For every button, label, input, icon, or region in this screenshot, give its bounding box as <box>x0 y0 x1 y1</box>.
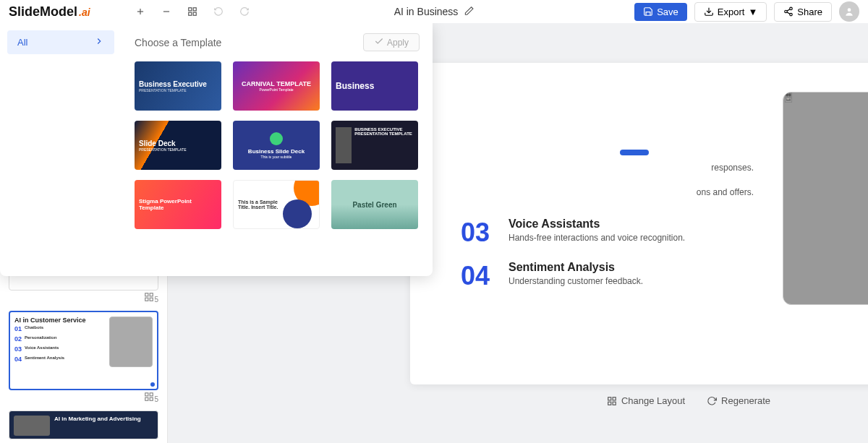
svg-point-13 <box>848 8 851 12</box>
presentation-title: AI in Business <box>394 6 475 18</box>
item-number: 04 <box>461 261 495 291</box>
svg-point-27 <box>788 98 789 100</box>
svg-rect-31 <box>613 402 616 405</box>
slide-image[interactable] <box>783 92 868 305</box>
laptop-hands-image <box>783 93 793 103</box>
svg-rect-14 <box>145 293 148 296</box>
template-popover: All Choose a Template Apply Business Exe… <box>0 23 433 276</box>
thumb-image-next <box>14 416 50 436</box>
template-slide-deck[interactable]: Slide DeckPRESENTATION TEMPLATE <box>135 121 221 170</box>
template-carnival[interactable]: CARNIVAL TEMPLATEPowerPoint Template <box>233 61 320 111</box>
apply-label: Apply <box>387 38 409 48</box>
svg-rect-19 <box>150 393 153 396</box>
template-stigma[interactable]: Stigma PowerPoint Template <box>135 180 221 229</box>
list-item-3[interactable]: 03 Voice Assistants Hands-free interacti… <box>461 218 761 248</box>
frag-text-1: responses. <box>439 163 761 173</box>
circle-decoration-icon <box>283 199 312 228</box>
header-actions: Save Export ▼ Share <box>634 1 859 22</box>
template-sample-title[interactable]: This is a Sample Title. Insert Title. <box>233 180 320 229</box>
item-desc: Understanding customer feedback. <box>509 276 643 286</box>
slide-thumb-next[interactable]: AI in Marketing and Advertising <box>9 410 158 439</box>
accent-bar <box>620 150 649 155</box>
regenerate-button[interactable]: Regenerate <box>707 395 770 406</box>
svg-rect-28 <box>608 397 611 400</box>
template-business-slide-deck[interactable]: Business Slide DeckThis is your subtitle <box>233 121 320 170</box>
svg-point-25 <box>786 93 788 96</box>
share-label: Share <box>797 7 822 17</box>
svg-rect-17 <box>150 298 153 301</box>
svg-rect-15 <box>150 293 153 296</box>
edit-title-icon[interactable] <box>464 6 474 18</box>
change-layout-button[interactable]: Change Layout <box>607 395 685 406</box>
export-label: Export <box>718 7 745 17</box>
logo: SlideModel .ai <box>9 4 90 20</box>
template-business-executive[interactable]: Business ExecutivePRESENTATION TEMPLATE <box>135 61 221 111</box>
svg-rect-30 <box>608 402 611 405</box>
save-button[interactable]: Save <box>634 3 687 21</box>
thumb-index-active: 5 <box>9 392 158 403</box>
svg-line-11 <box>787 12 790 14</box>
app-header: SlideModel .ai AI in Business Save Expor… <box>0 0 868 23</box>
item-desc: Hands-free interactions and voice recogn… <box>509 233 685 243</box>
frag-text-2: ons and offers. <box>439 187 761 197</box>
svg-rect-16 <box>145 298 148 301</box>
svg-rect-3 <box>188 8 191 11</box>
svg-point-8 <box>790 7 793 9</box>
share-button[interactable]: Share <box>774 2 832 22</box>
thumb-index: 5 <box>9 292 158 304</box>
template-gallery: Choose a Template Apply Business Executi… <box>122 23 433 276</box>
popover-title: Choose a Template <box>135 37 221 48</box>
svg-rect-20 <box>145 397 148 400</box>
svg-rect-6 <box>193 12 196 15</box>
item-title: Voice Assistants <box>509 218 685 231</box>
remove-slide-icon[interactable] <box>160 5 173 18</box>
template-pastel-green[interactable]: Pastel Green <box>331 180 418 229</box>
svg-rect-18 <box>145 393 148 396</box>
slide-thumb-active[interactable]: AI in Customer Service 01Chatbots 02Pers… <box>9 311 158 403</box>
dropdown-icon: ▼ <box>748 7 757 17</box>
svg-line-12 <box>787 9 790 11</box>
redo-icon[interactable] <box>238 5 251 18</box>
svg-point-10 <box>790 13 793 16</box>
templates-icon[interactable] <box>186 5 199 18</box>
category-all[interactable]: All <box>7 30 114 54</box>
add-slide-icon[interactable] <box>134 5 147 18</box>
regenerate-label: Regenerate <box>721 395 770 406</box>
template-business[interactable]: Business <box>331 61 418 111</box>
change-layout-label: Change Layout <box>621 395 685 406</box>
check-icon <box>374 36 384 48</box>
svg-rect-21 <box>150 397 153 400</box>
slide-canvas[interactable]: responses. ons and offers. 03 Voice Assi… <box>410 63 868 384</box>
user-avatar[interactable] <box>839 1 859 22</box>
toolbar <box>134 5 251 18</box>
person-icon <box>336 127 352 163</box>
canvas-actions: Change Layout Regenerate <box>607 395 770 406</box>
chevron-right-icon <box>94 36 104 48</box>
item-title: Sentiment Analysis <box>509 261 643 274</box>
apply-template-button[interactable]: Apply <box>363 33 420 51</box>
save-label: Save <box>657 7 678 17</box>
ai-indicator-icon <box>150 382 155 387</box>
logo-ai-suffix: .ai <box>79 7 90 18</box>
svg-rect-4 <box>193 8 196 11</box>
title-text: AI in Business <box>394 6 459 17</box>
logo-brand: SlideModel <box>9 4 77 20</box>
slide-text-column: responses. ons and offers. 03 Voice Assi… <box>439 85 761 363</box>
all-label: All <box>17 37 27 48</box>
list-item-4[interactable]: 04 Sentiment Analysis Understanding cust… <box>461 261 761 291</box>
svg-point-9 <box>785 10 788 13</box>
item-number: 03 <box>461 218 495 248</box>
template-exec-dark[interactable]: BUSINESS EXECUTIVE PRESENTATION TEMPLATE <box>331 121 418 170</box>
undo-icon[interactable] <box>212 5 225 18</box>
svg-rect-5 <box>188 12 191 15</box>
template-categories: All <box>0 23 122 276</box>
thumb-image <box>109 317 153 367</box>
check-circle-icon <box>270 132 283 145</box>
export-button[interactable]: Export ▼ <box>694 2 767 22</box>
svg-point-26 <box>788 93 791 96</box>
svg-rect-29 <box>613 397 616 400</box>
